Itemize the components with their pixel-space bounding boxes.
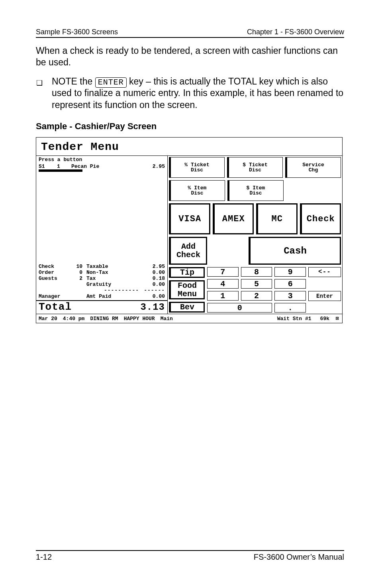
header-rule xyxy=(36,37,344,38)
footer-rule xyxy=(36,550,344,551)
value-nontax: 0.00 xyxy=(143,269,165,275)
text-cursor xyxy=(39,169,82,172)
bev-button[interactable]: Bev xyxy=(169,302,205,313)
header-left: Sample FS-3600 Screens xyxy=(36,28,118,36)
numpad-9[interactable]: 9 xyxy=(274,267,306,277)
status-memory: 69k xyxy=(320,316,329,322)
tip-button[interactable]: Tip xyxy=(169,267,205,278)
label-check: Check xyxy=(39,264,67,269)
value-order: 0 xyxy=(71,269,82,275)
add-check-button[interactable]: Add Check xyxy=(169,237,207,265)
numpad-3[interactable]: 3 xyxy=(274,291,306,301)
page-number: 1-12 xyxy=(36,553,52,562)
value-check: 10 xyxy=(71,264,82,269)
amex-button[interactable]: AMEX xyxy=(213,203,254,234)
lock-icon: ⊠ xyxy=(335,315,340,322)
empty-slot xyxy=(286,180,341,201)
status-station: Wait Stn #1 xyxy=(277,316,311,322)
status-room: DINING RM xyxy=(90,316,118,322)
value-gratuity: 0.00 xyxy=(143,281,165,287)
mc-button[interactable]: MC xyxy=(256,203,298,234)
check-button[interactable]: Check xyxy=(300,203,341,234)
label-taxable: Taxable xyxy=(86,264,139,269)
empty-slot xyxy=(210,237,246,265)
dol-item-disc-button[interactable]: $ Item Disc xyxy=(227,180,284,201)
window-title: Tender Menu xyxy=(36,138,342,156)
item-price: 2.95 xyxy=(145,163,165,169)
value-amtpaid: 0.00 xyxy=(143,293,165,299)
prompt-text: Press a button xyxy=(36,156,167,163)
numpad-4[interactable]: 4 xyxy=(207,279,239,289)
status-screen: Main xyxy=(161,316,173,322)
pct-ticket-disc-button[interactable]: % Ticket Disc xyxy=(169,157,225,178)
pct-item-disc-button[interactable]: % Item Disc xyxy=(169,180,225,201)
label-nontax: Non-Tax xyxy=(86,269,139,275)
empty-slot xyxy=(308,279,341,289)
status-time: 4:40 pm xyxy=(63,316,85,322)
enter-button[interactable]: Enter xyxy=(308,291,341,301)
total-bar: Total 3.13 xyxy=(36,300,167,314)
total-value: 3.13 xyxy=(140,302,165,313)
note-pre: NOTE the xyxy=(52,76,95,87)
cash-button[interactable]: Cash xyxy=(249,237,341,265)
note-bullet: ❑ NOTE the ENTER key – this is actually … xyxy=(36,76,344,111)
numpad-5[interactable]: 5 xyxy=(241,279,272,289)
check-summary: Check 10 Taxable 2.95 Order 0 Non-Tax 0.… xyxy=(36,263,167,300)
total-label: Total xyxy=(39,301,72,313)
label-guests: Guests xyxy=(39,275,67,281)
backspace-button[interactable]: <-- xyxy=(308,267,341,277)
status-mode: HAPPY HOUR xyxy=(124,316,155,322)
pos-screenshot: Tender Menu Press a button S1 1 Pecan Pi… xyxy=(36,137,343,323)
food-menu-button[interactable]: Food Menu xyxy=(169,280,205,299)
numpad-2[interactable]: 2 xyxy=(241,291,272,301)
value-tax: 0.18 xyxy=(143,275,165,281)
numpad-8[interactable]: 8 xyxy=(241,267,272,277)
numpad-7[interactable]: 7 xyxy=(207,267,239,277)
numpad-dot[interactable]: . xyxy=(274,303,306,313)
section-heading: Sample - Cashier/Pay Screen xyxy=(36,121,344,132)
seat: S1 xyxy=(39,163,51,169)
dol-ticket-disc-button[interactable]: $ Ticket Disc xyxy=(227,157,283,178)
status-bar: Mar 20 4:40 pm DINING RM HAPPY HOUR Main… xyxy=(36,314,342,323)
label-amtpaid: Amt Paid xyxy=(86,293,139,299)
qty: 1 xyxy=(57,163,65,169)
label-gratuity: Gratuity xyxy=(86,281,139,287)
service-chg-button[interactable]: Service Chg xyxy=(285,157,341,178)
item-name: Pecan Pie xyxy=(71,163,139,169)
bullet-square-icon: ❑ xyxy=(36,77,43,111)
label-tax: Tax xyxy=(86,275,139,281)
label-order: Order xyxy=(39,269,67,275)
value-guests: 2 xyxy=(71,275,82,281)
divider-dashes: ------ xyxy=(143,287,165,293)
intro-paragraph: When a check is ready to be tendered, a … xyxy=(36,45,344,69)
numpad-6[interactable]: 6 xyxy=(274,279,306,289)
empty-slot xyxy=(308,303,341,313)
value-taxable: 2.95 xyxy=(143,264,165,269)
visa-button[interactable]: VISA xyxy=(169,203,210,234)
numpad-0[interactable]: 0 xyxy=(207,303,272,313)
numpad-1[interactable]: 1 xyxy=(207,291,239,301)
status-date: Mar 20 xyxy=(39,316,57,322)
manual-title: FS-3600 Owner’s Manual xyxy=(254,553,344,562)
header-right: Chapter 1 - FS-3600 Overview xyxy=(247,28,344,36)
label-manager: Manager xyxy=(39,293,67,299)
enter-keycap: ENTER xyxy=(95,77,127,88)
divider-dashes: ---------- xyxy=(86,287,139,293)
check-panel: Press a button S1 1 Pecan Pie 2.95 Check… xyxy=(36,156,168,314)
